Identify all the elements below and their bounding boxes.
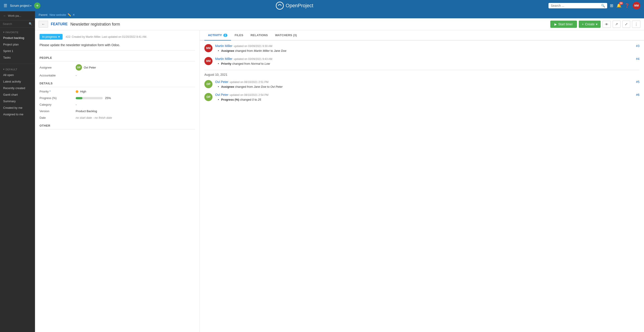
sidebar-item-tasks[interactable]: Tasks	[0, 54, 35, 61]
sidebar-item-recently-created[interactable]: Recently created	[0, 85, 35, 91]
svg-point-0	[276, 2, 284, 9]
change-field-6: Progress (%)	[221, 98, 239, 101]
change-new-3: Jane Doe	[274, 49, 286, 53]
sidebar-item-all-open[interactable]: All open	[0, 72, 35, 78]
activity-number-3[interactable]: #3	[636, 44, 640, 48]
user-avatar[interactable]: MM	[633, 2, 640, 10]
date-field: Date no start date - no finish date	[40, 116, 195, 119]
category-value[interactable]: -	[76, 103, 76, 106]
people-section: PEOPLE Assignee OP Ovi Peter Accountable…	[40, 56, 195, 77]
status-badge[interactable]: In progress ▾	[40, 34, 62, 40]
change-field-4: Priority	[221, 62, 232, 65]
app-logo: OpenProject	[276, 2, 313, 10]
project-selector[interactable]: Scrum project ▾	[10, 4, 32, 8]
change-conj-5: to	[267, 85, 270, 88]
priority-field: Priority * High	[40, 90, 195, 93]
accountable-value[interactable]: -	[76, 74, 76, 77]
parent-close-icon[interactable]: ✕	[72, 13, 75, 17]
sidebar-search-input[interactable]	[3, 22, 27, 26]
openproject-logo-icon	[276, 2, 284, 10]
sidebar-item-sprint-1[interactable]: Sprint 1	[0, 48, 35, 54]
notification-badge: 59	[619, 2, 623, 5]
change-verb-3: changed from	[235, 49, 254, 53]
activity-author-5[interactable]: Ovi Peter	[215, 80, 228, 84]
navbar-icons: ⊞ 🔔 59 ❓ MM	[610, 2, 640, 10]
activity-item-3: MM Martin Miller updated on 03/09/2021 9…	[204, 44, 640, 53]
sidebar-search-box[interactable]: 🔍	[0, 20, 35, 28]
other-section-title: OTHER	[40, 124, 195, 129]
tab-watchers[interactable]: WATCHERS (3)	[272, 30, 300, 41]
change-field-5: Assignee	[221, 85, 234, 88]
change-verb-4: changed from	[232, 62, 251, 65]
activity-number-4[interactable]: #4	[636, 57, 640, 61]
share-button[interactable]: ↗	[612, 21, 620, 28]
activity-tab-label: ACTIVITY	[208, 34, 222, 37]
app-name: OpenProject	[286, 3, 313, 9]
tab-activity[interactable]: ACTIVITY 2	[204, 30, 231, 41]
add-button[interactable]: +	[34, 3, 40, 9]
progress-value[interactable]: 25%	[76, 96, 111, 100]
activity-number-5[interactable]: #5	[636, 80, 640, 84]
activity-header-4: Martin Miller updated on 03/09/2021 9:43…	[215, 57, 640, 61]
activity-author-3[interactable]: Martin Miller	[215, 44, 232, 48]
parent-edit-icon[interactable]: ✏️	[68, 13, 71, 17]
sidebar-item-gantt-chart[interactable]: Gantt chart	[0, 91, 35, 98]
tab-relations[interactable]: RELATIONS	[247, 30, 272, 41]
sidebar-back-icon[interactable]: ←	[3, 14, 6, 18]
activity-avatar-mm-3: MM	[204, 44, 212, 52]
watch-button[interactable]: 👁	[602, 21, 611, 28]
activity-author-4[interactable]: Martin Miller	[215, 57, 232, 61]
activity-header-5: Ovi Peter updated on 08/10/2021 2:51 PM …	[215, 80, 640, 84]
start-timer-button[interactable]: ▶ Start timer	[550, 21, 577, 28]
play-icon: ▶	[554, 22, 557, 26]
fullscreen-button[interactable]: ⤢	[622, 21, 630, 28]
notification-icon[interactable]: 🔔 59	[616, 3, 622, 8]
version-value[interactable]: Product Backlog	[76, 109, 97, 113]
project-name: Scrum project	[10, 4, 29, 8]
priority-dot-icon	[76, 90, 78, 93]
sidebar-item-project-plan[interactable]: Project plan	[0, 41, 35, 48]
files-tab-label: FILES	[234, 34, 243, 37]
search-icon: 🔍	[601, 4, 605, 8]
activity-change-4: Priority changed from Normal to Low	[215, 62, 640, 65]
assignee-value[interactable]: OP Ovi Peter	[76, 64, 96, 71]
parent-link[interactable]: New website	[50, 13, 66, 17]
search-input[interactable]	[551, 4, 600, 8]
sidebar-divider	[0, 64, 35, 64]
global-search-box[interactable]: 🔍	[548, 3, 607, 8]
sidebar-item-created-by-me[interactable]: Created by me	[0, 104, 35, 111]
sidebar-item-product-backlog[interactable]: Product backlog	[0, 35, 35, 41]
more-options-button[interactable]: ⋮	[632, 21, 640, 28]
tab-files[interactable]: FILES	[231, 30, 247, 41]
parent-bar: Parent: New website ✏️ ✕	[35, 11, 644, 18]
activity-number-6[interactable]: #6	[636, 93, 640, 97]
assignee-avatar: OP	[76, 64, 82, 71]
priority-label: Priority *	[40, 90, 76, 93]
content-area: Parent: New website ✏️ ✕ ← FEATURE Newsl…	[35, 11, 644, 332]
type-badge: FEATURE	[51, 22, 68, 26]
sidebar-item-summary[interactable]: Summary	[0, 98, 35, 104]
sidebar-favorite-section: ▾ FAVORITE Product backlog Project plan …	[0, 28, 35, 63]
sidebar-item-assigned-to-me[interactable]: Assigned to me	[0, 111, 35, 118]
priority-value[interactable]: High	[76, 90, 86, 93]
grid-icon[interactable]: ⊞	[610, 3, 613, 8]
help-icon[interactable]: ❓	[624, 3, 630, 8]
category-label: Category	[40, 103, 76, 106]
priority-text: High	[80, 90, 86, 93]
relations-tab-label: RELATIONS	[250, 34, 268, 37]
details-section-title: DETAILS	[40, 82, 195, 87]
change-conj-3: to	[270, 49, 274, 53]
activity-author-6[interactable]: Ovi Peter	[215, 93, 228, 97]
activity-avatar-op-6: OP	[204, 93, 212, 101]
hamburger-icon[interactable]: ☰	[4, 3, 7, 8]
progress-bar-background	[76, 97, 103, 99]
back-button[interactable]: ←	[38, 21, 48, 28]
chevron-down-icon-2: ▾	[3, 68, 5, 71]
create-button[interactable]: + Create ▾	[579, 21, 601, 28]
sidebar-item-latest-activity[interactable]: Latest activity	[0, 78, 35, 85]
activity-body-5: Ovi Peter updated on 08/10/2021 2:51 PM …	[215, 80, 640, 88]
activity-time-5: updated on 08/10/2021 2:51 PM	[230, 81, 268, 84]
change-old-6: 0	[252, 98, 254, 101]
date-value[interactable]: no start date - no finish date	[76, 116, 112, 119]
date-divider-aug: August 10, 2021	[204, 70, 640, 76]
